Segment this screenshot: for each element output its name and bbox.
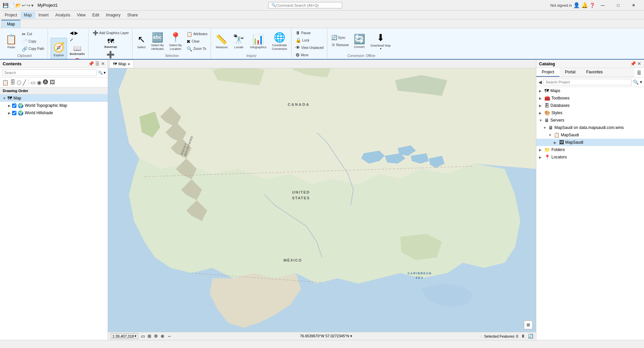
menu-view[interactable]: View [73, 12, 89, 18]
map-tab-close[interactable]: ✕ [127, 62, 130, 66]
search-dropdown-icon[interactable]: ▾ [104, 70, 106, 75]
attributes-button[interactable]: 📋 Attributes [185, 31, 209, 38]
map-arrow-icon[interactable]: ↔ [167, 334, 171, 339]
copy-path-button[interactable]: 🔗 Copy Path [20, 46, 46, 52]
menu-analysis[interactable]: Analysis [52, 12, 74, 18]
layer-item-hillshade[interactable]: ▶ 🌍 World Hillshade [0, 109, 108, 117]
new-project-icon[interactable]: 📄 [9, 3, 15, 8]
ribbon-tab-map[interactable]: Map [1, 20, 20, 28]
map-units-icon[interactable]: ▭ [141, 334, 145, 339]
catalog-search-input[interactable] [543, 79, 632, 85]
download-map-button[interactable]: ⬇ Download Map ▾ [369, 29, 393, 53]
catalog-menu-button[interactable]: ☰ [634, 69, 644, 77]
scroll-to-layer-button[interactable]: ⊞ [524, 321, 533, 329]
select-button[interactable]: ↖ Select [135, 30, 148, 53]
pause-button[interactable]: ⏸ Pause [294, 29, 325, 36]
catalog-pin-button[interactable]: 📌 [630, 61, 636, 66]
search-go-icon[interactable]: 🔍 [98, 70, 103, 75]
hillshade-checkbox[interactable] [12, 111, 16, 115]
add-graphics-button[interactable]: ➕ Add Graphics Layer [91, 29, 130, 36]
basemap-button[interactable]: 🗺 Basemap [91, 37, 130, 49]
filter-point-icon[interactable]: ◉ [37, 79, 42, 86]
view-unplaced-button[interactable]: 👁 View Unplaced [294, 44, 325, 51]
contents-menu-button[interactable]: ☰ [95, 61, 100, 66]
filter-db-icon[interactable]: 🗄 [10, 79, 15, 85]
scale-selector[interactable]: 1:39,407,318 ▾ [111, 333, 138, 339]
layer-item-map[interactable]: ▼ 🗺 Map [0, 94, 108, 102]
contents-search-input[interactable] [2, 69, 97, 76]
menu-edit[interactable]: Edit [89, 12, 103, 18]
catalog-item-mapsaudi-layer[interactable]: ▶ 🖼 MapSaudi [536, 139, 644, 146]
coord-conv-button[interactable]: 🌐 Coordinate Conversion [270, 30, 289, 53]
paste-button[interactable]: 📋 Paste [3, 30, 19, 53]
locate-button[interactable]: 🔭 Locate [231, 30, 247, 53]
layer-item-topo[interactable]: ▶ 🌍 World Topographic Map [0, 102, 108, 109]
catalog-item-toolboxes[interactable]: ▶ 🧰 Toolboxes [536, 94, 644, 102]
catalog-tab-favorites[interactable]: Favorites [581, 68, 608, 77]
contents-pin-button[interactable]: 📌 [88, 61, 94, 66]
catalog-item-mapsaudi-server[interactable]: ▼ 🖥 MapSaudi on data.mapsaudi.com.wms [536, 124, 644, 131]
measure-button[interactable]: 📏 Measure [214, 30, 229, 53]
scale-dropdown[interactable]: ▾ [135, 334, 137, 338]
contents-close-button[interactable]: ✕ [101, 61, 105, 66]
command-search[interactable]: 🔍 [268, 2, 342, 8]
customize-icon[interactable]: ▾ [31, 3, 34, 8]
map-tab[interactable]: 🗺 Map ✕ [109, 60, 134, 68]
catalog-tab-portal[interactable]: Portal [559, 68, 581, 77]
catalog-tab-project[interactable]: Project [536, 68, 559, 77]
menu-project[interactable]: Project [1, 12, 20, 18]
map-plus-icon[interactable]: ⊕ [161, 334, 164, 339]
menu-share[interactable]: Share [124, 12, 141, 18]
maximize-button[interactable]: □ [610, 0, 626, 11]
topo-checkbox[interactable] [12, 103, 16, 108]
filter-line-icon[interactable]: ╱ [23, 79, 26, 86]
convert-button[interactable]: 🔄 Convert [352, 29, 367, 53]
catalog-item-locators[interactable]: ▶ 📍 Locators [536, 153, 644, 161]
filter-polygon-icon[interactable]: ▭ [31, 79, 36, 86]
redo-icon[interactable]: ↪ [26, 3, 31, 8]
refresh-map-btn[interactable]: 🔄 [528, 334, 533, 339]
navigate-back-button[interactable]: ◀ ▶ [68, 29, 86, 36]
open-icon[interactable]: 📂 [15, 3, 21, 8]
filter-vector-icon[interactable]: ⬡ [17, 79, 21, 86]
catalog-close-button[interactable]: ✕ [637, 61, 641, 66]
undo-icon[interactable]: ↩ [22, 3, 26, 8]
bookmarks-button[interactable]: 📖 Bookmarks [68, 44, 86, 56]
pause-map-btn[interactable]: ⏸ [521, 334, 525, 339]
coord-dropdown[interactable]: ▾ [350, 334, 352, 338]
goto-xy-button[interactable]: 🎯 Go To XY [68, 57, 86, 59]
map-grid-icon[interactable]: ⊞ [148, 334, 151, 339]
catalog-item-databases[interactable]: ▶ 🗄 Databases [536, 102, 644, 109]
catalog-item-maps[interactable]: ▶ 🗺 Maps [536, 87, 644, 94]
menu-map[interactable]: Map [20, 12, 35, 18]
catalog-item-mapsaudi-group[interactable]: ▼ 📋 MapSaudi [536, 131, 644, 139]
minimize-button[interactable]: — [595, 0, 610, 11]
close-button[interactable]: ✕ [626, 0, 641, 11]
expand-button[interactable]: ⤢ [68, 37, 86, 43]
menu-insert[interactable]: Insert [35, 12, 52, 18]
add-data-button[interactable]: ➕ Add Data [91, 50, 130, 59]
save-icon[interactable]: 💾 [3, 3, 8, 8]
filter-all-icon[interactable]: 📋 [2, 79, 9, 86]
map-tools-icon[interactable]: ⚙ [154, 334, 158, 339]
filter-annotation-icon[interactable]: 🅐 [43, 79, 48, 85]
lock-button[interactable]: 🔒 Lock [294, 37, 325, 44]
infographics-button[interactable]: 📊 Infographics [248, 30, 268, 53]
explore-button[interactable]: 🧭 Explore [51, 38, 67, 59]
map-canvas[interactable]: CANADA UNITEDSTATES MÉXICO RockyMountain… [108, 68, 536, 332]
more-button[interactable]: ⚙ More [294, 52, 325, 58]
select-by-attr-button[interactable]: 🔤 Select By Attributes [149, 30, 166, 53]
command-search-input[interactable] [276, 3, 333, 7]
select-by-loc-button[interactable]: 📍 Select By Location [167, 30, 184, 53]
menu-imagery[interactable]: Imagery [103, 12, 124, 18]
remove-button[interactable]: ✖ Remove [330, 42, 350, 48]
filter-raster-icon[interactable]: 🖼 [50, 79, 55, 85]
user-area[interactable]: Not signed in 👤 🔔 ❓ [550, 2, 595, 8]
catalog-search-dropdown[interactable]: ▾ [640, 80, 642, 84]
help-icon[interactable]: ❓ [589, 3, 595, 8]
notification-icon[interactable]: 🔔 [581, 2, 588, 8]
catalog-item-folders[interactable]: ▶ 📁 Folders [536, 146, 644, 153]
zoom-to-button[interactable]: 🔍 Zoom To [185, 46, 209, 52]
catalog-back-button[interactable]: ◀ [538, 79, 542, 85]
cut-button[interactable]: ✂ Cut [20, 31, 46, 38]
